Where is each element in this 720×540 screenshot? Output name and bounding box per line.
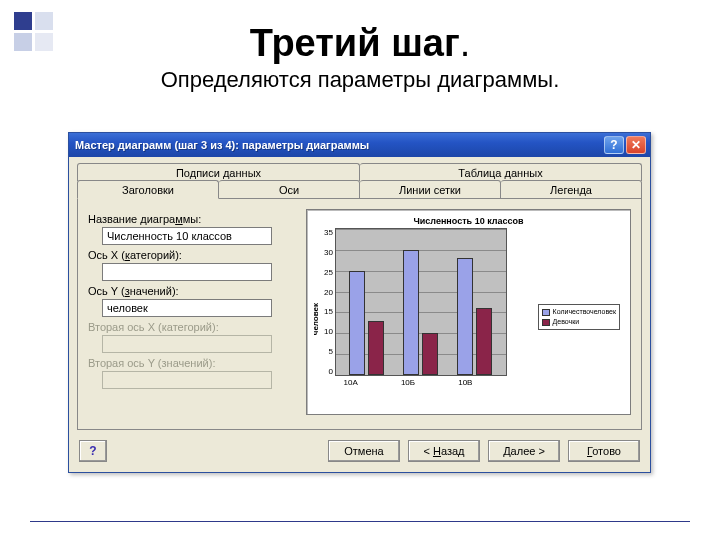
back-button[interactable]: < Назад: [408, 440, 480, 462]
chart-x-labels: 10А 10Б 10В: [322, 378, 494, 387]
page-title-dot: .: [460, 22, 471, 64]
slide-decoration: [14, 12, 74, 51]
wizard-buttons: ? Отмена < Назад Далее > Готово: [77, 430, 642, 464]
chart-bar: [368, 321, 384, 375]
axis-y-input[interactable]: [102, 299, 272, 317]
close-icon[interactable]: ✕: [626, 136, 646, 154]
tab-axes[interactable]: Оси: [219, 180, 360, 199]
chart-plot-area: [335, 228, 507, 376]
context-help-button[interactable]: ?: [79, 440, 107, 462]
slide-footer-rule: [30, 521, 690, 522]
tab-legend[interactable]: Легенда: [501, 180, 642, 199]
chart-y-axis-label: человек: [311, 303, 320, 335]
chart-bar: [349, 271, 365, 375]
cancel-button[interactable]: Отмена: [328, 440, 400, 462]
page-subtitle: Определяются параметры диаграммы.: [0, 67, 720, 93]
tab-gridlines[interactable]: Линии сетки: [360, 180, 501, 199]
chart-wizard-window: Мастер диаграмм (шаг 3 из 4): параметры …: [68, 132, 651, 473]
chart-y-ticks: 35 30 25 20 15 10 5 0: [322, 228, 335, 376]
tab-data-labels[interactable]: Подписи данных: [77, 163, 360, 181]
tab-panel: Название диаграммы: Ось X (категорий): О…: [77, 199, 642, 430]
titlebar[interactable]: Мастер диаграмм (шаг 3 из 4): параметры …: [69, 133, 650, 157]
chart-bar: [457, 258, 473, 375]
titles-form: Название диаграммы: Ось X (категорий): О…: [88, 209, 298, 415]
axis-x2-label: Вторая ось X (категорий):: [88, 321, 298, 333]
page-title: Третий шаг.: [0, 22, 720, 65]
axis-x-label: Ось X (категорий):: [88, 249, 298, 261]
chart-preview-col: Численность 10 классов человек 35 30 25 …: [306, 209, 631, 415]
axis-y-label: Ось Y (значений):: [88, 285, 298, 297]
chart-preview: Численность 10 классов человек 35 30 25 …: [306, 209, 631, 415]
chart-legend: Количествочеловек Девочки: [538, 304, 620, 330]
chart-bar: [403, 250, 419, 375]
axis-y2-label: Вторая ось Y (значений):: [88, 357, 298, 369]
axis-x-input[interactable]: [102, 263, 272, 281]
axis-x2-input: [102, 335, 272, 353]
window-client: Подписи данных Таблица данных Заголовки …: [69, 157, 650, 472]
tab-strip: Подписи данных Таблица данных Заголовки …: [77, 163, 642, 199]
next-button[interactable]: Далее >: [488, 440, 560, 462]
chart-title-text: Численность 10 классов: [413, 216, 523, 226]
chart-title-label: Название диаграммы:: [88, 213, 298, 225]
help-icon[interactable]: ?: [604, 136, 624, 154]
tab-titles[interactable]: Заголовки: [77, 180, 219, 199]
chart-bar: [422, 333, 438, 375]
chart-bar: [476, 308, 492, 375]
window-title: Мастер диаграмм (шаг 3 из 4): параметры …: [73, 139, 602, 151]
axis-y2-input: [102, 371, 272, 389]
page-title-text: Третий шаг: [250, 22, 460, 64]
tab-data-table[interactable]: Таблица данных: [360, 163, 642, 181]
finish-button[interactable]: Готово: [568, 440, 640, 462]
chart-title-input[interactable]: [102, 227, 272, 245]
